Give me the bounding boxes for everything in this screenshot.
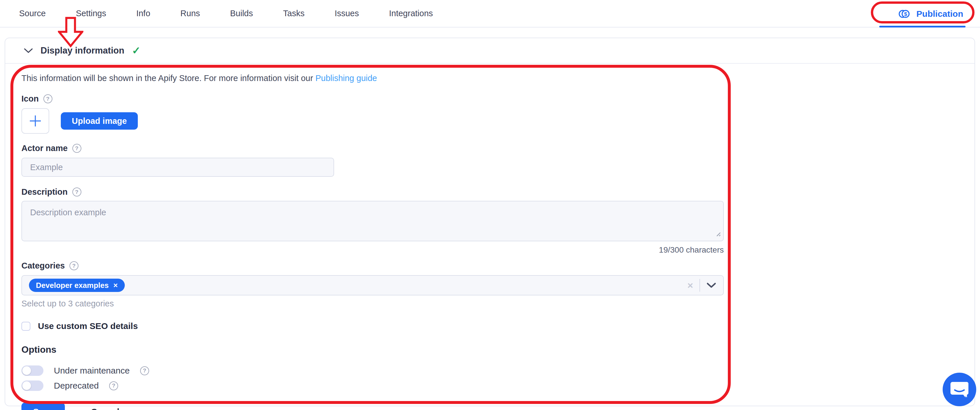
tab-info[interactable]: Info: [136, 9, 150, 18]
publication-icon: $: [898, 8, 911, 20]
toggle-knob: [22, 366, 31, 375]
options-title: Options: [21, 344, 958, 355]
toggle-knob: [22, 381, 31, 390]
tab-issues[interactable]: Issues: [335, 9, 359, 18]
deprecated-toggle[interactable]: [21, 380, 43, 391]
deprecated-label: Deprecated: [54, 381, 99, 391]
category-chip[interactable]: Developer examples ×: [29, 279, 125, 292]
display-information-header[interactable]: Display information ✓: [5, 38, 975, 64]
help-icon[interactable]: ?: [109, 381, 118, 390]
seo-checkbox-row[interactable]: Use custom SEO details: [21, 321, 958, 331]
tab-integrations[interactable]: Integrations: [389, 9, 433, 18]
check-icon: ✓: [132, 45, 140, 56]
upload-image-button[interactable]: Upload image: [61, 112, 138, 130]
select-controls: ×: [687, 279, 716, 292]
select-divider: [700, 279, 700, 292]
under-maintenance-label: Under maintenance: [54, 366, 130, 375]
cancel-button[interactable]: Cancel: [91, 407, 119, 410]
resize-handle-icon[interactable]: [714, 230, 721, 238]
section-title: Display information: [41, 45, 124, 56]
description-label-row: Description ?: [21, 187, 958, 197]
under-maintenance-row: Under maintenance ?: [21, 366, 958, 376]
svg-text:$: $: [904, 11, 907, 17]
tab-publication[interactable]: $ Publication: [898, 0, 963, 27]
actor-name-label-row: Actor name ?: [21, 143, 958, 153]
under-maintenance-toggle[interactable]: [21, 366, 43, 376]
help-icon[interactable]: ?: [72, 188, 81, 197]
icon-upload-row: Upload image: [21, 108, 958, 133]
deprecated-row: Deprecated ?: [21, 380, 958, 391]
close-icon[interactable]: ×: [113, 281, 118, 289]
chat-button[interactable]: [943, 373, 976, 406]
tab-source[interactable]: Source: [19, 9, 46, 18]
chat-icon: [950, 381, 969, 398]
actor-name-label: Actor name: [21, 143, 68, 153]
actor-name-input[interactable]: [21, 158, 334, 177]
categories-hint: Select up to 3 categories: [21, 299, 958, 308]
display-information-form: This information will be shown in the Ap…: [5, 64, 975, 410]
save-button[interactable]: Save: [21, 402, 65, 410]
category-chip-label: Developer examples: [36, 281, 108, 290]
help-icon[interactable]: ?: [43, 94, 52, 103]
icon-label-row: Icon ?: [21, 94, 958, 103]
plus-icon: [29, 114, 42, 127]
help-icon[interactable]: ?: [140, 366, 149, 375]
help-icon[interactable]: ?: [72, 144, 81, 153]
publishing-guide-link[interactable]: Publishing guide: [315, 73, 377, 83]
intro-text-main: This information will be shown in the Ap…: [21, 73, 313, 83]
chevron-down-icon[interactable]: [706, 282, 716, 288]
tab-publication-label: Publication: [916, 9, 963, 19]
active-tab-indicator: [879, 26, 966, 27]
publication-card: Display information ✓ This information w…: [5, 38, 975, 406]
tab-settings[interactable]: Settings: [76, 9, 106, 18]
categories-select[interactable]: Developer examples × ×: [21, 275, 724, 296]
help-icon[interactable]: ?: [70, 261, 78, 270]
tab-runs[interactable]: Runs: [180, 9, 200, 18]
tab-builds[interactable]: Builds: [230, 9, 253, 18]
character-counter: 19/300 characters: [21, 245, 724, 254]
icon-label: Icon: [21, 94, 39, 103]
nav-tabs: Source Settings Info Runs Builds Tasks I…: [0, 9, 433, 18]
clear-selection-icon[interactable]: ×: [687, 280, 693, 290]
icon-dropzone[interactable]: [21, 108, 49, 133]
tab-tasks[interactable]: Tasks: [283, 9, 305, 18]
categories-label: Categories: [21, 261, 65, 270]
seo-checkbox-label: Use custom SEO details: [38, 321, 138, 331]
description-textarea[interactable]: [21, 201, 724, 241]
intro-text: This information will be shown in the Ap…: [21, 73, 958, 83]
description-label: Description: [21, 187, 68, 197]
description-textarea-wrap: [21, 201, 724, 241]
seo-checkbox[interactable]: [21, 322, 30, 331]
top-navigation: Source Settings Info Runs Builds Tasks I…: [0, 0, 980, 27]
form-buttons: Save Cancel: [21, 402, 958, 410]
chevron-down-icon: [24, 48, 33, 54]
categories-label-row: Categories ?: [21, 261, 958, 270]
